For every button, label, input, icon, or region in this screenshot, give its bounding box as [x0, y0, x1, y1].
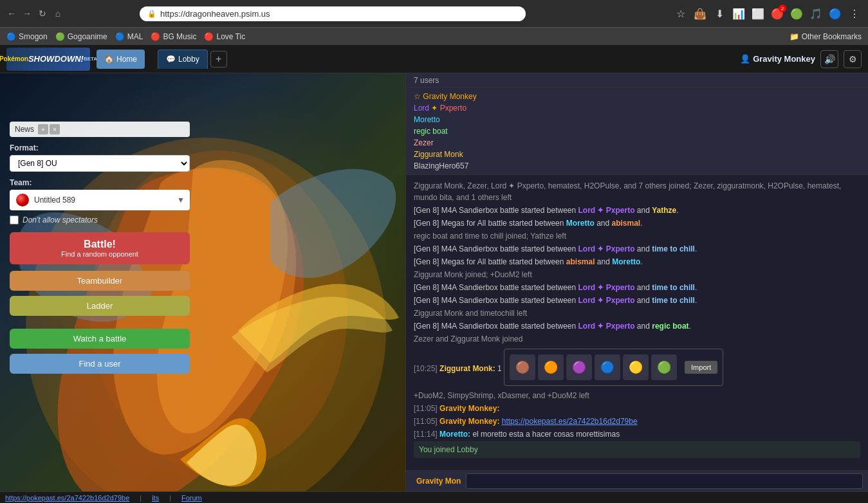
home-icon: 🏠 — [104, 55, 114, 64]
right-panel: 7 users ☆ Gravity Monkey Lord ✦ Pxperto … — [405, 73, 868, 491]
home-button[interactable]: 🏠 Home — [97, 50, 145, 69]
status-bar: https://pokepast.es/2a7422b16d2d79be | i… — [0, 491, 868, 503]
spectator-label: Don't allow spectators — [23, 215, 98, 224]
chat-line-gravity-1: [11:05] Gravity Monkey: — [414, 403, 860, 414]
chat-log[interactable]: Ziggurat Monk, Zezer, Lord ✦ Pxperto, he… — [406, 175, 868, 470]
star-button[interactable]: ☆ — [674, 6, 688, 21]
find-user-button[interactable]: Find a user — [10, 354, 190, 374]
user-entry-lord[interactable]: Lord ✦ Pxperto — [414, 102, 860, 114]
pokemon-sprite-1: 🟤 — [510, 354, 535, 380]
user-name-ziggurat: Ziggurat Monk — [414, 150, 463, 159]
user-name-gravity: ☆ Gravity Monkey — [414, 92, 477, 101]
ladder-button[interactable]: Ladder — [10, 296, 190, 316]
extension-button-3[interactable]: 🎵 — [809, 6, 823, 21]
status-link[interactable]: https://pokepast.es/2a7422b16d2d79be — [5, 494, 129, 502]
watch-battle-button[interactable]: Watch a battle — [10, 329, 190, 349]
bgmusic-icon: 🔴 — [151, 32, 160, 41]
pocket-button[interactable]: 👜 — [693, 6, 707, 21]
smogon-icon: 🔵 — [6, 32, 16, 41]
pokemon-sprite-5: 🟡 — [623, 354, 649, 380]
import-button[interactable]: Import — [685, 361, 717, 374]
pokemon-sprite-6: 🟢 — [651, 354, 677, 380]
header-right: 👤 Gravity Monkey 🔊 ⚙ — [740, 50, 862, 68]
news-add-button[interactable]: + — [38, 124, 48, 134]
system-joined-message: You joined Lobby — [414, 441, 860, 458]
team-selector[interactable]: Untitled 589 ▼ — [10, 190, 190, 210]
format-label: Format: — [10, 143, 190, 152]
extension-button-2[interactable]: 🟢 — [790, 6, 804, 21]
news-bar: News + × — [10, 122, 190, 137]
menu-button[interactable]: ⋮ — [847, 6, 862, 21]
tabs-area: 💬 Lobby + — [158, 50, 734, 69]
news-label: News — [15, 125, 34, 134]
home-button[interactable]: ⌂ — [53, 8, 63, 19]
chat-input-area: Gravity Mon — [406, 470, 868, 491]
status-link-forum[interactable]: Forum — [181, 494, 202, 502]
browser-nav: ← → ↻ ⌂ 🔒 https://dragonheaven.psim.us ☆… — [0, 0, 868, 27]
settings-button[interactable]: ⚙ — [844, 50, 862, 68]
teambuilder-button[interactable]: Teambuilder — [10, 271, 190, 291]
chat-line-system-4: Ziggurat Monk and timetochill left — [414, 307, 860, 319]
back-button[interactable]: ← — [6, 8, 17, 19]
bookmark-bgmusic[interactable]: 🔴 BG Music — [151, 32, 196, 41]
chat-line-battle-7: [Gen 8] M4A Sandierbox battle started be… — [414, 320, 860, 332]
app: Pokémon SHOWDOWN! BETA 🏠 Home 💬 Lobby + … — [0, 45, 868, 503]
chat-line-battle-3: [Gen 8] M4A Sandierbox battle started be… — [414, 243, 860, 255]
download-button[interactable]: ⬇ — [712, 6, 726, 21]
user-entry-ziggurat[interactable]: Ziggurat Monk — [414, 149, 860, 160]
news-buttons: + × — [38, 124, 60, 134]
user-entry-zezer[interactable]: Zezer — [414, 137, 860, 149]
chat-line-system-3: Ziggurat Monk joined; +DuoM2 left — [414, 269, 860, 280]
user-entry-regic[interactable]: regic boat — [414, 125, 860, 137]
sidebar-controls: News + × Format: [Gen 8] OU Team: Untitl… — [0, 112, 199, 383]
chat-line-moretto: [11:14] Moretto: el moretto esta a hacer… — [414, 428, 860, 440]
collections-button[interactable]: 📊 — [732, 6, 746, 21]
refresh-button[interactable]: ↻ — [37, 8, 48, 19]
extension-button-1[interactable]: 🔴 2 — [770, 6, 784, 21]
bookmark-mal[interactable]: 🔵 MAL — [115, 32, 143, 41]
spectator-row: Don't allow spectators — [10, 215, 190, 224]
chat-line-system-1: Ziggurat Monk, Zezer, Lord ✦ Pxperto, he… — [414, 180, 860, 203]
user-name-moretto: Moretto — [414, 115, 440, 124]
mal-icon: 🔵 — [115, 32, 125, 41]
user-entry-moretto[interactable]: Moretto — [414, 114, 860, 125]
team-icon — [15, 192, 30, 208]
chat-input[interactable] — [466, 473, 863, 489]
app-logo: Pokémon SHOWDOWN! BETA — [6, 48, 90, 71]
user-entry-blazing[interactable]: BlazingHero657 — [414, 160, 860, 172]
status-link-its[interactable]: its — [152, 494, 159, 502]
pokepast-link[interactable]: https://pokepast.es/2a7422b16d2d79be — [502, 417, 638, 426]
extension-button-4[interactable]: 🔵 — [828, 6, 842, 21]
username-display: 👤 Gravity Monkey — [740, 54, 815, 64]
user-name-regic: regic boat — [414, 127, 448, 136]
bookmark-lovetic[interactable]: 🔴 Love Tic — [204, 32, 245, 41]
logo-image: Pokémon SHOWDOWN! BETA — [6, 48, 90, 71]
bookmark-smogon[interactable]: 🔵 Smogon — [6, 32, 48, 41]
pokemon-sprite-3: 🟣 — [566, 354, 592, 380]
status-separator-2: | — [169, 494, 171, 502]
spectator-checkbox[interactable] — [10, 215, 19, 224]
chat-line-battle-2: [Gen 8] Megas for All battle started bet… — [414, 217, 860, 229]
user-name-blazing: BlazingHero657 — [414, 161, 468, 170]
chat-line-battle-6: [Gen 8] M4A Sandierbox battle started be… — [414, 295, 860, 306]
folder-icon: 📁 — [790, 32, 799, 41]
user-icon: 👤 — [740, 54, 750, 64]
browser-icons: ☆ 👜 ⬇ 📊 ⬜ 🔴 2 🟢 🎵 🔵 ⋮ — [674, 6, 862, 21]
sound-button[interactable]: 🔊 — [820, 50, 838, 68]
lovetic-icon: 🔴 — [204, 32, 214, 41]
tab-lobby[interactable]: 💬 Lobby — [158, 50, 208, 69]
battle-button[interactable]: Battle! Find a random opponent — [10, 232, 190, 264]
address-bar[interactable]: 🔒 https://dragonheaven.psim.us — [140, 6, 526, 21]
chat-username: Gravity Mon — [411, 474, 466, 488]
add-tab-button[interactable]: + — [210, 51, 227, 68]
news-close-button[interactable]: × — [50, 124, 60, 134]
user-entry-gravity[interactable]: ☆ Gravity Monkey — [414, 91, 860, 102]
format-select[interactable]: [Gen 8] OU — [10, 155, 190, 172]
bookmark-other[interactable]: 📁 Other Bookmarks — [790, 32, 862, 41]
notification-badge: 2 — [779, 5, 786, 12]
forward-button[interactable]: → — [22, 8, 32, 19]
tab-button[interactable]: ⬜ — [751, 6, 765, 21]
sprite-popup: 🟤 🟠 🟣 🔵 🟡 🟢 Import — [504, 349, 723, 386]
bookmark-gogoanime[interactable]: 🟢 Gogoanime — [55, 32, 107, 41]
team-name: Untitled 589 — [34, 196, 173, 205]
